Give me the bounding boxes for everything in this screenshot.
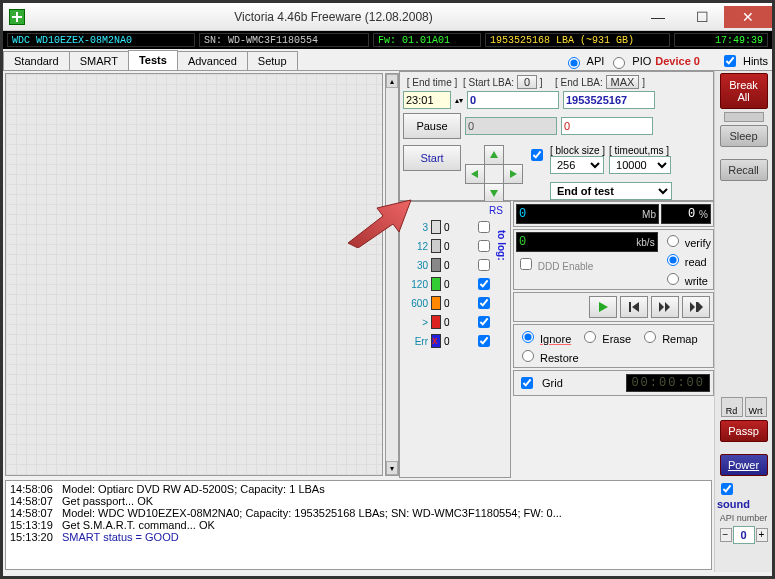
api-num-up[interactable]: + [756,528,768,542]
log-line: 14:58:07 Get passport... OK [10,495,707,507]
legend-check-3[interactable] [478,278,490,290]
grid-label: Grid [542,377,563,389]
api-label: API [587,55,605,67]
tab-standard[interactable]: Standard [3,51,70,70]
kbs-value: 0 [519,235,632,249]
sleep-button[interactable]: Sleep [720,125,768,147]
nav-right-button[interactable] [503,164,523,184]
read-radio[interactable] [667,254,679,266]
nav-diamond [465,145,523,203]
api-num-down[interactable]: − [720,528,732,542]
legend-row: 300 [406,257,493,273]
tab-setup[interactable]: Setup [247,51,298,70]
hints-check[interactable] [724,55,736,67]
sound-check[interactable] [721,483,733,495]
write-radio[interactable] [667,273,679,285]
mb-unit: Mb [642,209,656,220]
api-number-label: API number [720,513,768,523]
legend-check-4[interactable] [478,297,490,309]
rs-label: RS [403,205,507,216]
end-lba-max-button[interactable]: MAX [606,75,640,89]
prev-button[interactable] [620,296,648,318]
log-line: 15:13:19 Get S.M.A.R.T. command... OK [10,519,707,531]
block-size-select[interactable]: 256 [550,156,604,174]
start-lba-label: [ Start LBA: [463,77,514,88]
end-of-test-select[interactable]: End of test [550,182,672,200]
legend-row: >0 [406,314,493,330]
verify-radio[interactable] [667,235,679,247]
break-all-button[interactable]: BreakAll [720,73,768,109]
pause-button[interactable]: Pause [403,113,461,139]
legend-check-0[interactable] [478,221,490,233]
tab-tests[interactable]: Tests [128,50,178,70]
pio-radio[interactable] [613,57,625,69]
grid-check[interactable] [521,377,533,389]
ignore-radio[interactable] [522,331,534,343]
clock: 17:49:39 [674,33,768,47]
legend-check-5[interactable] [478,316,490,328]
legend-check-2[interactable] [478,259,490,271]
scroll-down-icon[interactable]: ▾ [386,461,398,475]
end-lba-input[interactable] [563,91,655,109]
end-time-label: [ End time ] [403,77,461,88]
legend-check-6[interactable] [478,335,490,347]
drive-model: WDC WD10EZEX-08M2NA0 [7,33,195,47]
nav-left-button[interactable] [465,164,485,184]
play-button[interactable] [589,296,617,318]
ignore-label: Ignore [540,333,571,345]
svg-marker-3 [490,190,498,197]
log-panel[interactable]: 14:58:06 Model: Optiarc DVD RW AD-5200S;… [5,480,712,570]
minimize-button[interactable]: — [636,6,680,28]
remap-radio[interactable] [644,331,656,343]
api-num-input[interactable] [733,526,755,544]
timeout-label: [ timeout,ms ] [609,145,669,156]
mb-value: 0 [519,207,638,221]
nav-check[interactable] [531,149,543,161]
tab-smart[interactable]: SMART [69,51,129,70]
legend-row: 1200 [406,276,493,292]
end-time-input[interactable] [403,91,451,109]
recall-button[interactable]: Recall [720,159,768,181]
end-button[interactable] [682,296,710,318]
scroll-up-icon[interactable]: ▴ [386,74,398,88]
second-end-input[interactable] [561,117,653,135]
erase-radio[interactable] [584,331,596,343]
svg-marker-1 [471,170,478,178]
log-line: 14:58:06 Model: Optiarc DVD RW AD-5200S;… [10,483,707,495]
ddd-label: DDD Enable [538,261,594,272]
close-button[interactable]: ✕ [724,6,772,28]
start-button[interactable]: Start [403,145,461,171]
legend-row: 30 [406,219,493,235]
timeout-select[interactable]: 10000 [609,156,671,174]
passp-button[interactable]: Passp [720,420,768,442]
remap-label: Remap [662,333,697,345]
api-radio[interactable] [568,57,580,69]
svg-marker-11 [698,302,703,312]
tab-advanced[interactable]: Advanced [177,51,248,70]
wrt-button[interactable]: Wrt [745,397,767,417]
ddd-check[interactable] [520,258,532,270]
grid-scrollbar[interactable]: ▴ ▾ [385,73,399,476]
timer-display: 00:00:00 [626,374,710,392]
start-lba-zero-button[interactable]: 0 [517,75,537,89]
restore-radio[interactable] [522,350,534,362]
legend-row: Errx0 [406,333,493,349]
device-label: Device 0 [655,55,700,67]
power-button[interactable]: Power [720,454,768,476]
verify-label: verify [685,237,711,249]
legend-row: 6000 [406,295,493,311]
hints-label: Hints [743,55,768,67]
pct-unit: % [699,209,708,220]
nav-down-button[interactable] [484,183,504,203]
scan-grid [5,73,383,476]
svg-marker-6 [632,302,639,312]
sound-label: sound [717,498,750,510]
svg-rect-5 [629,302,631,312]
legend-check-1[interactable] [478,240,490,252]
skip-button[interactable] [651,296,679,318]
maximize-button[interactable]: ☐ [680,6,724,28]
rd-button[interactable]: Rd [721,397,743,417]
start-lba-input[interactable] [467,91,559,109]
nav-up-button[interactable] [484,145,504,165]
svg-marker-8 [665,302,670,312]
